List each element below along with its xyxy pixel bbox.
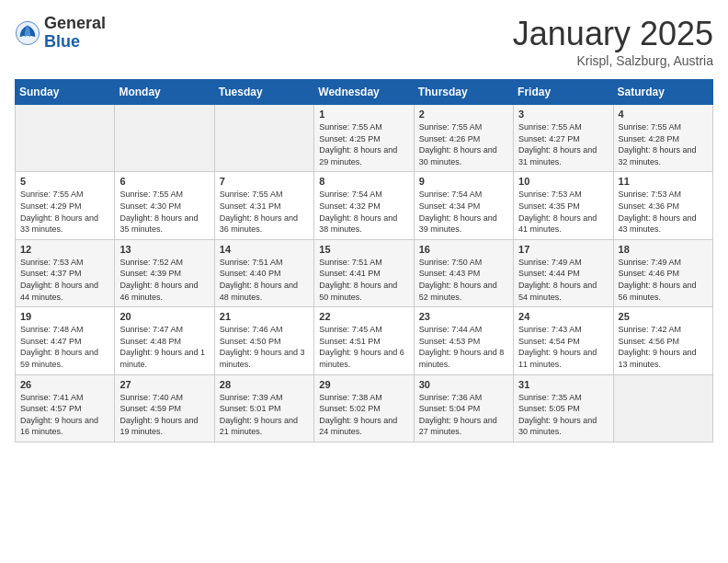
day-info: Sunrise: 7:55 AM Sunset: 4:25 PM Dayligh…	[319, 121, 408, 167]
calendar-cell-w1-d7: 4Sunrise: 7:55 AM Sunset: 4:28 PM Daylig…	[613, 105, 712, 172]
day-info: Sunrise: 7:55 AM Sunset: 4:30 PM Dayligh…	[119, 189, 209, 235]
day-info: Sunrise: 7:50 AM Sunset: 4:43 PM Dayligh…	[419, 257, 508, 303]
header-sunday: Sunday	[16, 80, 115, 105]
calendar-location: Krispl, Salzburg, Austria	[513, 53, 713, 68]
day-number: 24	[518, 311, 608, 322]
day-number: 9	[419, 176, 508, 187]
calendar-cell-w2-d7: 11Sunrise: 7:53 AM Sunset: 4:36 PM Dayli…	[613, 172, 712, 239]
calendar-cell-w2-d3: 7Sunrise: 7:55 AM Sunset: 4:31 PM Daylig…	[214, 172, 313, 239]
week-row-2: 5Sunrise: 7:55 AM Sunset: 4:29 PM Daylig…	[16, 172, 713, 239]
logo-text: General Blue	[44, 15, 106, 52]
day-info: Sunrise: 7:54 AM Sunset: 4:32 PM Dayligh…	[319, 189, 408, 235]
week-row-4: 19Sunrise: 7:48 AM Sunset: 4:47 PM Dayli…	[16, 307, 713, 374]
calendar-table: Sunday Monday Tuesday Wednesday Thursday…	[15, 79, 713, 442]
page-header: General Blue January 2025 Krispl, Salzbu…	[15, 15, 713, 68]
day-info: Sunrise: 7:47 AM Sunset: 4:48 PM Dayligh…	[119, 324, 209, 370]
day-number: 8	[319, 176, 408, 187]
day-info: Sunrise: 7:55 AM Sunset: 4:28 PM Dayligh…	[619, 121, 708, 167]
day-number: 17	[518, 244, 608, 255]
day-info: Sunrise: 7:49 AM Sunset: 4:46 PM Dayligh…	[619, 257, 708, 303]
day-info: Sunrise: 7:46 AM Sunset: 4:50 PM Dayligh…	[220, 324, 309, 370]
day-number: 20	[119, 311, 209, 322]
calendar-title: January 2025	[513, 15, 713, 53]
header-wednesday: Wednesday	[314, 80, 414, 105]
header-friday: Friday	[514, 80, 613, 105]
day-info: Sunrise: 7:55 AM Sunset: 4:29 PM Dayligh…	[20, 189, 109, 235]
calendar-cell-w4-d6: 24Sunrise: 7:43 AM Sunset: 4:54 PM Dayli…	[514, 307, 613, 374]
day-info: Sunrise: 7:49 AM Sunset: 4:44 PM Dayligh…	[518, 257, 608, 303]
day-number: 12	[20, 244, 109, 255]
calendar-cell-w5-d2: 27Sunrise: 7:40 AM Sunset: 4:59 PM Dayli…	[115, 374, 214, 442]
calendar-cell-w5-d4: 29Sunrise: 7:38 AM Sunset: 5:02 PM Dayli…	[314, 374, 414, 442]
logo-blue-text: Blue	[44, 33, 106, 52]
calendar-cell-w1-d1	[16, 105, 115, 172]
day-number: 21	[220, 311, 309, 322]
calendar-cell-w5-d3: 28Sunrise: 7:39 AM Sunset: 5:01 PM Dayli…	[214, 374, 313, 442]
day-info: Sunrise: 7:42 AM Sunset: 4:56 PM Dayligh…	[619, 324, 708, 370]
calendar-cell-w2-d6: 10Sunrise: 7:53 AM Sunset: 4:35 PM Dayli…	[514, 172, 613, 239]
header-tuesday: Tuesday	[214, 80, 313, 105]
day-number: 31	[518, 379, 608, 390]
calendar-cell-w3-d7: 18Sunrise: 7:49 AM Sunset: 4:46 PM Dayli…	[613, 239, 712, 306]
calendar-cell-w2-d1: 5Sunrise: 7:55 AM Sunset: 4:29 PM Daylig…	[16, 172, 115, 239]
calendar-cell-w3-d5: 16Sunrise: 7:50 AM Sunset: 4:43 PM Dayli…	[414, 239, 513, 306]
day-info: Sunrise: 7:55 AM Sunset: 4:27 PM Dayligh…	[518, 121, 608, 167]
day-number: 16	[419, 244, 508, 255]
day-info: Sunrise: 7:55 AM Sunset: 4:26 PM Dayligh…	[419, 121, 508, 167]
day-info: Sunrise: 7:51 AM Sunset: 4:40 PM Dayligh…	[220, 257, 309, 303]
calendar-cell-w4-d2: 20Sunrise: 7:47 AM Sunset: 4:48 PM Dayli…	[115, 307, 214, 374]
day-number: 30	[419, 379, 508, 390]
calendar-cell-w3-d1: 12Sunrise: 7:53 AM Sunset: 4:37 PM Dayli…	[16, 239, 115, 306]
calendar-cell-w4-d3: 21Sunrise: 7:46 AM Sunset: 4:50 PM Dayli…	[214, 307, 313, 374]
calendar-cell-w1-d2	[115, 105, 214, 172]
day-number: 18	[619, 244, 708, 255]
calendar-cell-w3-d3: 14Sunrise: 7:51 AM Sunset: 4:40 PM Dayli…	[214, 239, 313, 306]
header-saturday: Saturday	[613, 80, 712, 105]
calendar-cell-w4-d4: 22Sunrise: 7:45 AM Sunset: 4:51 PM Dayli…	[314, 307, 414, 374]
day-info: Sunrise: 7:40 AM Sunset: 4:59 PM Dayligh…	[119, 392, 209, 438]
day-number: 29	[319, 379, 408, 390]
day-number: 3	[518, 109, 608, 120]
header-thursday: Thursday	[414, 80, 513, 105]
week-row-5: 26Sunrise: 7:41 AM Sunset: 4:57 PM Dayli…	[16, 374, 713, 442]
calendar-cell-w4-d5: 23Sunrise: 7:44 AM Sunset: 4:53 PM Dayli…	[414, 307, 513, 374]
calendar-cell-w3-d4: 15Sunrise: 7:51 AM Sunset: 4:41 PM Dayli…	[314, 239, 414, 306]
calendar-cell-w5-d6: 31Sunrise: 7:35 AM Sunset: 5:05 PM Dayli…	[514, 374, 613, 442]
day-info: Sunrise: 7:54 AM Sunset: 4:34 PM Dayligh…	[419, 189, 508, 235]
calendar-cell-w5-d1: 26Sunrise: 7:41 AM Sunset: 4:57 PM Dayli…	[16, 374, 115, 442]
day-info: Sunrise: 7:53 AM Sunset: 4:35 PM Dayligh…	[518, 189, 608, 235]
day-number: 4	[619, 109, 708, 120]
day-info: Sunrise: 7:52 AM Sunset: 4:39 PM Dayligh…	[119, 257, 209, 303]
calendar-cell-w1-d6: 3Sunrise: 7:55 AM Sunset: 4:27 PM Daylig…	[514, 105, 613, 172]
day-number: 13	[119, 244, 209, 255]
day-number: 1	[319, 109, 408, 120]
weekday-header-row: Sunday Monday Tuesday Wednesday Thursday…	[16, 80, 713, 105]
day-info: Sunrise: 7:41 AM Sunset: 4:57 PM Dayligh…	[20, 392, 109, 438]
day-info: Sunrise: 7:48 AM Sunset: 4:47 PM Dayligh…	[20, 324, 109, 370]
logo: General Blue	[15, 15, 106, 52]
calendar-cell-w5-d7	[613, 374, 712, 442]
calendar-cell-w4-d1: 19Sunrise: 7:48 AM Sunset: 4:47 PM Dayli…	[16, 307, 115, 374]
calendar-cell-w2-d2: 6Sunrise: 7:55 AM Sunset: 4:30 PM Daylig…	[115, 172, 214, 239]
day-info: Sunrise: 7:38 AM Sunset: 5:02 PM Dayligh…	[319, 392, 408, 438]
calendar-cell-w1-d5: 2Sunrise: 7:55 AM Sunset: 4:26 PM Daylig…	[414, 105, 513, 172]
day-number: 11	[619, 176, 708, 187]
day-info: Sunrise: 7:51 AM Sunset: 4:41 PM Dayligh…	[319, 257, 408, 303]
logo-general-text: General	[44, 15, 106, 33]
week-row-1: 1Sunrise: 7:55 AM Sunset: 4:25 PM Daylig…	[16, 105, 713, 172]
day-info: Sunrise: 7:39 AM Sunset: 5:01 PM Dayligh…	[220, 392, 309, 438]
day-info: Sunrise: 7:35 AM Sunset: 5:05 PM Dayligh…	[518, 392, 608, 438]
day-number: 5	[20, 176, 109, 187]
week-row-3: 12Sunrise: 7:53 AM Sunset: 4:37 PM Dayli…	[16, 239, 713, 306]
day-info: Sunrise: 7:45 AM Sunset: 4:51 PM Dayligh…	[319, 324, 408, 370]
day-number: 14	[220, 244, 309, 255]
header-monday: Monday	[115, 80, 214, 105]
calendar-cell-w1-d3	[214, 105, 313, 172]
calendar-cell-w3-d6: 17Sunrise: 7:49 AM Sunset: 4:44 PM Dayli…	[514, 239, 613, 306]
day-number: 27	[119, 379, 209, 390]
day-number: 19	[20, 311, 109, 322]
day-number: 26	[20, 379, 109, 390]
calendar-cell-w1-d4: 1Sunrise: 7:55 AM Sunset: 4:25 PM Daylig…	[314, 105, 414, 172]
calendar-cell-w2-d4: 8Sunrise: 7:54 AM Sunset: 4:32 PM Daylig…	[314, 172, 414, 239]
calendar-cell-w5-d5: 30Sunrise: 7:36 AM Sunset: 5:04 PM Dayli…	[414, 374, 513, 442]
